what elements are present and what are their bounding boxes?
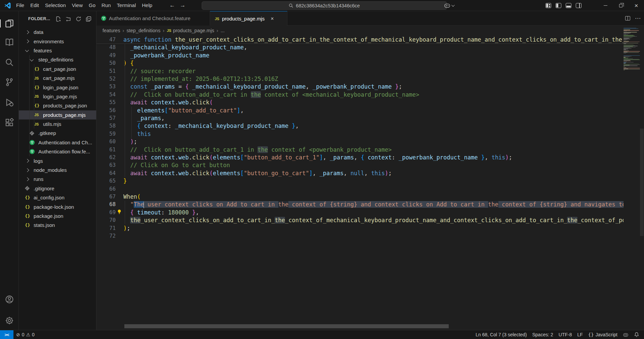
code-line-65[interactable]: 65} (96, 177, 623, 185)
nav-back-button[interactable]: ← (169, 2, 175, 9)
gutter-line-number[interactable]: 67 (96, 193, 116, 201)
accounts-button[interactable] (5, 295, 14, 304)
tree-item-step-definitions[interactable]: step_definitions (19, 55, 96, 64)
code-line-72[interactable]: 72 (96, 232, 623, 240)
gutter-line-number[interactable]: 64 (96, 170, 116, 177)
vertical-scrollbar[interactable] (640, 129, 644, 236)
tree-item-products-page-mjs[interactable]: JSproducts_page.mjs (19, 110, 96, 119)
new-file-icon[interactable] (55, 16, 61, 22)
code-line-56[interactable]: 56 elements["button_add_to_cart"], (96, 107, 623, 114)
code-line-54[interactable]: 54 // Click on button_add_to_cart in the… (96, 91, 623, 99)
gutter-line-number[interactable]: 62 (96, 154, 116, 161)
code-line-57[interactable]: 57 _params, (96, 114, 623, 122)
gutter-line-number[interactable]: 58 (96, 122, 116, 130)
minimap[interactable] (623, 28, 640, 71)
customize-layout-button[interactable] (546, 3, 551, 8)
code-line-64[interactable]: 64 await context.web.click(elements["but… (96, 170, 623, 177)
gutter-line-number[interactable]: 63 (96, 161, 116, 169)
code-line-52[interactable]: 52 // implemented_at: 2025-06-02T12:13:2… (96, 75, 623, 83)
gutter-line-number[interactable]: 65 (96, 177, 116, 185)
collapse-all-icon[interactable] (86, 16, 91, 22)
gutter-line-number[interactable]: 52 (96, 75, 116, 83)
tree-item-package-lock-json[interactable]: {}package-lock.json (19, 202, 96, 211)
tree-item-cart-page-mjs[interactable]: JScart_page.mjs (19, 74, 96, 83)
code-line-63[interactable]: 63 // Click on Go to cart button (96, 161, 623, 169)
tree-item-stats-json[interactable]: {}stats.json (19, 221, 96, 230)
tree-item--gitkeep[interactable]: .gitkeep (19, 129, 96, 138)
tree-item-data[interactable]: data (19, 28, 96, 37)
gutter-line-number[interactable]: 71 (96, 225, 116, 232)
minimize-button[interactable] (598, 0, 613, 11)
command-center-search[interactable]: 682c38634a2c53b14346c6ce (202, 1, 447, 10)
code-editor[interactable]: 47async function the_user_context_clicks… (96, 11, 623, 330)
tree-item-authentication-flow-fe-[interactable]: Authentication flow.fe... (19, 147, 96, 156)
copilot-menu-button[interactable] (444, 3, 454, 8)
language-mode-button[interactable]: {} JavaScript (586, 330, 620, 339)
tree-item-products-page-json[interactable]: {}products_page.json (19, 101, 96, 110)
tree-item-features[interactable]: features (19, 46, 96, 55)
gutter-line-number[interactable]: 56 (96, 107, 116, 114)
code-line-50[interactable]: 50) { (96, 59, 623, 67)
code-line-59[interactable]: 59 this (96, 130, 623, 138)
gutter-line-number[interactable]: 69 (96, 209, 116, 216)
code-line-61[interactable]: 61 // Click on button_add_to_cart_1 in t… (96, 146, 623, 154)
more-actions-button[interactable]: ⋯ (635, 15, 641, 22)
notifications-button[interactable] (631, 330, 642, 339)
indentation-button[interactable]: Spaces: 2 (530, 330, 556, 339)
problems-button[interactable]: ⊘ 0 ⚠ 0 (13, 330, 37, 339)
code-line-55[interactable]: 55 await context.web.click( (96, 99, 623, 106)
gutter-line-number[interactable]: 49 (96, 52, 116, 59)
gutter-line-number[interactable]: 72 (96, 232, 116, 240)
code-line-66[interactable]: 66 (96, 185, 623, 193)
settings-button[interactable] (5, 316, 14, 325)
code-line-51[interactable]: 51 // source: recorder (96, 67, 623, 75)
refresh-icon[interactable] (76, 16, 81, 22)
tab-products-page-mjs[interactable]: JSproducts_page.mjs× (210, 11, 287, 26)
nav-forward-button[interactable]: → (180, 2, 186, 9)
gutter-line-number[interactable]: 47 (96, 36, 116, 44)
tree-item-environments[interactable]: environments (19, 37, 96, 46)
menu-file[interactable]: File (13, 1, 27, 9)
code-line-67[interactable]: 67When( (96, 193, 623, 201)
tree-item--gitignore[interactable]: .gitignore (19, 184, 96, 193)
search-view-button[interactable] (5, 58, 14, 67)
menu-terminal[interactable]: Terminal (114, 1, 139, 9)
menu-edit[interactable]: Edit (27, 1, 42, 9)
menu-run[interactable]: Run (98, 1, 114, 9)
code-line-62[interactable]: 62 await context.web.click(elements["but… (96, 154, 623, 161)
gutter-line-number[interactable]: 51 (96, 67, 116, 75)
toggle-primary-sidebar-button[interactable] (556, 3, 561, 8)
tree-item-ai-config-json[interactable]: {}ai_config.json (19, 193, 96, 202)
remote-indicator-button[interactable]: >< (0, 330, 13, 339)
docs-book-view-button[interactable] (5, 38, 14, 47)
gutter-line-number[interactable]: 48 (96, 44, 116, 51)
tree-item-utils-mjs[interactable]: JSutils.mjs (19, 119, 96, 129)
toggle-panel-button[interactable] (566, 3, 571, 8)
tree-item-cart-page-json[interactable]: {}cart_page.json (19, 64, 96, 74)
split-editor-button[interactable] (625, 16, 630, 20)
gutter-line-number[interactable]: 57 (96, 114, 116, 122)
gutter-line-number[interactable]: 55 (96, 99, 116, 106)
tree-item-login-page-mjs[interactable]: JSlogin_page.mjs (19, 92, 96, 101)
code-line-60[interactable]: 60 ); (96, 138, 623, 146)
code-line-47[interactable]: 47async function the_user_context_clicks… (96, 36, 623, 44)
gutter-line-number[interactable]: 68 (96, 201, 116, 208)
gutter-line-number[interactable]: 53 (96, 83, 116, 91)
tree-item-login-page-json[interactable]: {}login_page.json (19, 83, 96, 92)
tree-item-package-json[interactable]: {}package.json (19, 211, 96, 221)
code-line-69[interactable]: 69 { timeout: 180000 }, (96, 209, 623, 216)
horizontal-scrollbar[interactable] (124, 324, 449, 328)
tree-item-runs[interactable]: runs (19, 175, 96, 184)
explorer-view-button[interactable] (5, 19, 14, 28)
code-line-71[interactable]: 71); (96, 225, 623, 232)
close-button[interactable]: × (629, 0, 644, 11)
gutter-line-number[interactable]: 61 (96, 146, 116, 154)
gutter-line-number[interactable]: 59 (96, 130, 116, 138)
toggle-secondary-sidebar-button[interactable] (576, 3, 581, 8)
gutter-line-number[interactable]: 54 (96, 91, 116, 99)
gutter-line-number[interactable]: 60 (96, 138, 116, 146)
menu-help[interactable]: Help (139, 1, 155, 9)
menu-selection[interactable]: Selection (42, 1, 69, 9)
copilot-status-button[interactable] (620, 330, 631, 339)
gutter-line-number[interactable]: 50 (96, 59, 116, 67)
